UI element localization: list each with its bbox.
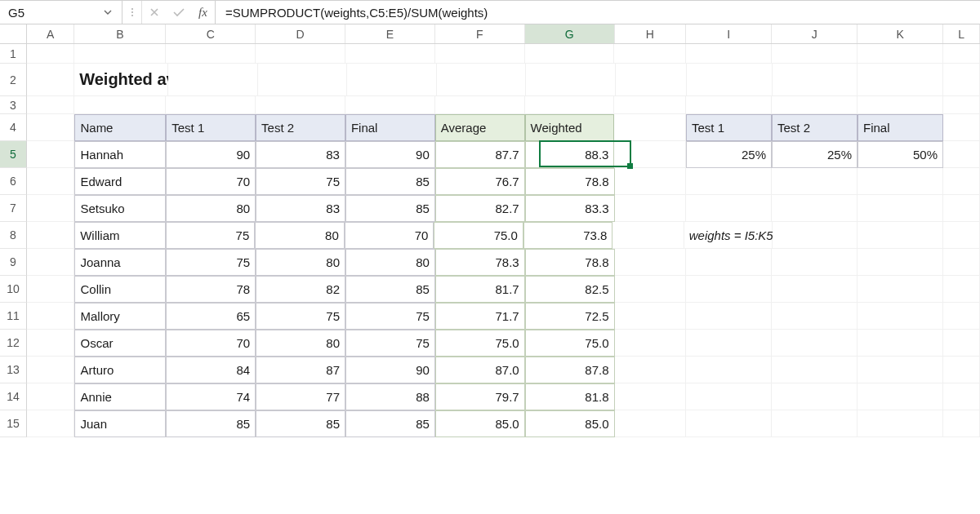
row-header-9[interactable]: 9 [0,249,27,276]
row-header-5[interactable]: 5 [0,141,27,168]
cell-A15[interactable] [27,410,75,437]
cell-G9[interactable]: 78.8 [525,249,615,276]
cell-A4[interactable] [27,114,75,141]
cell-K3[interactable] [858,96,943,114]
cell-B4[interactable]: Name [74,114,166,141]
cell-J2[interactable] [773,64,858,96]
cell-F7[interactable]: 82.7 [435,195,525,222]
cell-C8[interactable]: 75 [166,222,256,249]
cell-J5[interactable]: 25% [772,141,858,168]
cell-J11[interactable] [772,303,858,330]
cell-G10[interactable]: 82.5 [525,276,615,303]
cell-E6[interactable]: 85 [345,168,435,195]
cell-H4[interactable] [614,114,686,141]
cell-D1[interactable] [256,44,345,64]
cell-D3[interactable] [256,96,345,114]
cell-D5[interactable]: 83 [256,141,345,168]
cell-I14[interactable] [686,383,772,410]
cell-J14[interactable] [772,383,858,410]
cell-K8[interactable] [858,222,943,249]
cell-I11[interactable] [686,303,772,330]
row-header-12[interactable]: 12 [0,330,27,357]
cell-K9[interactable] [858,249,943,276]
cell-K15[interactable] [858,410,943,437]
cell-H1[interactable] [614,44,686,64]
cell-I10[interactable] [686,276,772,303]
row-header-11[interactable]: 11 [0,303,27,330]
cell-H2[interactable] [616,64,687,96]
cell-C12[interactable]: 70 [166,330,256,357]
cell-F12[interactable]: 75.0 [435,330,525,357]
cell-K4[interactable]: Final [858,114,943,141]
cell-I1[interactable] [686,44,772,64]
row-header-2[interactable]: 2 [0,64,27,96]
cell-J10[interactable] [772,276,858,303]
cell-G5[interactable]: 88.3 [525,141,615,168]
column-header-F[interactable]: F [435,24,525,43]
cell-J6[interactable] [772,168,858,195]
row-header-15[interactable]: 15 [0,410,27,437]
row-header-3[interactable]: 3 [0,96,27,114]
cell-D12[interactable]: 80 [256,330,345,357]
column-header-H[interactable]: H [615,24,687,43]
cell-E15[interactable]: 85 [345,410,435,437]
cell-B7[interactable]: Setsuko [74,195,166,222]
cell-K11[interactable] [858,303,943,330]
cell-A14[interactable] [27,383,75,410]
cell-J13[interactable] [772,357,858,383]
cell-G8[interactable]: 73.8 [523,222,613,249]
cell-H5[interactable] [614,141,686,168]
cell-A8[interactable] [27,222,74,249]
cell-D7[interactable]: 83 [256,195,345,222]
row-header-10[interactable]: 10 [0,276,27,303]
column-header-B[interactable]: B [74,24,166,43]
cell-B13[interactable]: Arturo [74,357,166,383]
select-all-corner[interactable] [0,24,27,43]
cell-E9[interactable]: 80 [345,249,435,276]
cell-L10[interactable] [943,276,980,303]
insert-function-button[interactable]: fx [191,1,216,24]
cell-A9[interactable] [27,249,75,276]
column-header-L[interactable]: L [943,24,980,43]
cell-B15[interactable]: Juan [74,410,166,437]
cell-E11[interactable]: 75 [345,303,435,330]
cell-J4[interactable]: Test 2 [772,114,858,141]
cell-G2[interactable] [526,64,616,96]
cell-F13[interactable]: 87.0 [435,357,525,383]
enter-formula-icon[interactable] [167,1,191,24]
cell-E13[interactable]: 90 [345,357,435,383]
cell-J15[interactable] [772,410,858,437]
cell-I5[interactable]: 25% [686,141,772,168]
cell-K2[interactable] [858,64,943,96]
cell-A11[interactable] [27,303,75,330]
cell-G6[interactable]: 78.8 [525,168,615,195]
cell-G14[interactable]: 81.8 [525,383,615,410]
cell-A3[interactable] [27,96,75,114]
row-header-13[interactable]: 13 [0,357,27,383]
cell-L8[interactable] [943,222,980,249]
cell-L6[interactable] [943,168,980,195]
cell-C15[interactable]: 85 [166,410,256,437]
cell-C11[interactable]: 65 [166,303,256,330]
cell-D8[interactable]: 80 [255,222,345,249]
cell-K12[interactable] [858,330,943,357]
cell-L13[interactable] [943,357,980,383]
cell-B9[interactable]: Joanna [74,249,166,276]
cell-F5[interactable]: 87.7 [435,141,525,168]
cell-K1[interactable] [858,44,943,64]
cell-K13[interactable] [858,357,943,383]
chevron-down-icon[interactable] [102,7,114,18]
cell-A7[interactable] [27,195,75,222]
column-header-G[interactable]: G [525,24,615,43]
cell-E5[interactable]: 90 [345,141,435,168]
cell-B12[interactable]: Oscar [74,330,166,357]
cell-D15[interactable]: 85 [256,410,345,437]
cell-A10[interactable] [27,276,75,303]
cell-G4[interactable]: Weighted [525,114,615,141]
cell-E1[interactable] [345,44,435,64]
cell-E10[interactable]: 85 [345,276,435,303]
cell-D6[interactable]: 75 [256,168,345,195]
cell-A5[interactable] [27,141,75,168]
row-header-14[interactable]: 14 [0,383,27,410]
cell-F4[interactable]: Average [435,114,525,141]
